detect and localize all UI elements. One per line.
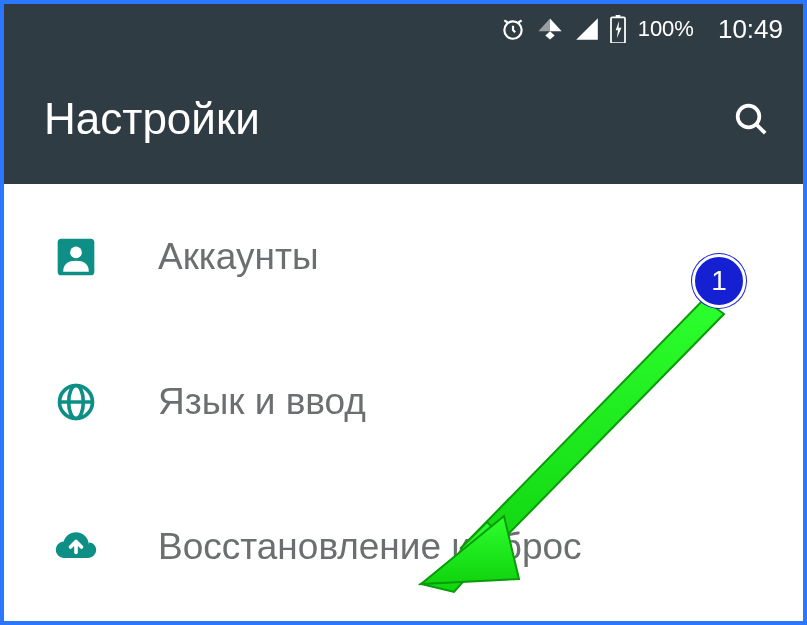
backup-icon xyxy=(54,525,98,569)
settings-item-label: Восстановление и сброс xyxy=(158,526,582,568)
page-title: Настройки xyxy=(44,94,260,144)
cell-signal-icon xyxy=(574,16,600,42)
account-icon xyxy=(54,235,98,279)
svg-point-6 xyxy=(70,246,82,258)
svg-point-3 xyxy=(738,106,760,128)
status-bar: 100% 10:49 xyxy=(4,4,803,54)
wifi-icon xyxy=(536,15,564,43)
battery-percent-label: 100% xyxy=(638,16,694,42)
settings-item-accounts[interactable]: Аккаунты xyxy=(4,184,803,329)
alarm-icon xyxy=(500,16,526,42)
settings-item-label: Язык и ввод xyxy=(158,381,366,423)
app-bar: Настройки xyxy=(4,54,803,184)
device-frame: 100% 10:49 Настройки Аккаунты xyxy=(0,0,807,625)
settings-item-language[interactable]: Язык и ввод xyxy=(4,329,803,474)
search-button[interactable] xyxy=(731,99,771,139)
settings-item-backup-reset[interactable]: Восстановление и сброс xyxy=(4,474,803,619)
clock-label: 10:49 xyxy=(718,14,783,45)
search-icon xyxy=(731,99,771,139)
settings-list: Аккаунты Язык и ввод Восстановление и сб… xyxy=(4,184,803,619)
settings-item-label: Аккаунты xyxy=(158,236,319,278)
battery-charging-icon xyxy=(610,15,626,43)
globe-icon xyxy=(54,380,98,424)
svg-line-4 xyxy=(756,124,765,133)
svg-rect-2 xyxy=(615,15,620,17)
